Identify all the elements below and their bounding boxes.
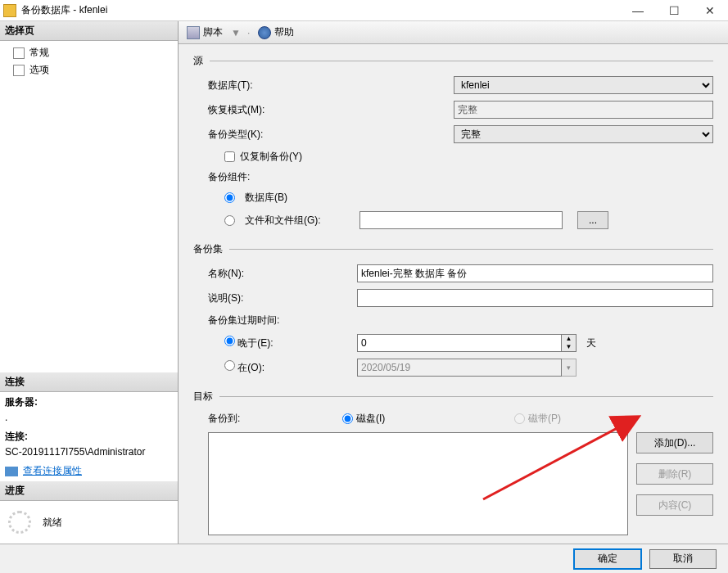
server-value: . <box>5 412 173 423</box>
source-legend: 源 <box>193 54 210 68</box>
select-page-header: 选择页 <box>0 21 178 41</box>
backupset-group: 备份集 名称(N): 说明(S): 备份集过期时间: 晚于(E): <box>193 242 713 383</box>
copy-only-label: 仅复制备份(Y) <box>240 150 302 164</box>
component-database-radio[interactable] <box>224 192 235 203</box>
progress-header: 进度 <box>0 481 178 501</box>
expire-unit: 天 <box>586 336 596 350</box>
window-controls: — ☐ ✕ <box>620 0 728 21</box>
backup-type-select[interactable]: 完整 <box>454 125 713 143</box>
script-button[interactable]: 脚本 <box>183 24 226 41</box>
component-database-label: 数据库(B) <box>245 191 287 205</box>
remove-destination-button: 删除(R) <box>636 463 713 485</box>
expire-spinner[interactable]: ▲▼ <box>562 334 577 352</box>
expire-on-date[interactable]: 2020/05/19 <box>357 359 562 377</box>
backup-desc-input[interactable] <box>357 289 713 307</box>
toolbar: 脚本 ▼ · 帮助 <box>179 21 728 44</box>
dropdown-arrow-icon[interactable]: ▼ <box>229 27 242 38</box>
connection-header: 连接 <box>0 372 178 392</box>
expire-on-radio[interactable] <box>224 360 235 371</box>
help-icon <box>258 26 271 39</box>
progress-spinner-icon <box>8 511 31 534</box>
destination-group: 目标 备份到: 磁盘(I) 磁带(P) 添加(D)... 删除(R) 内容(C) <box>193 390 713 535</box>
backup-to-label: 备份到: <box>208 412 342 426</box>
progress-status: 就绪 <box>43 516 62 530</box>
ok-button[interactable]: 确定 <box>574 549 641 569</box>
contents-button: 内容(C) <box>636 494 713 516</box>
spin-down-icon[interactable]: ▼ <box>562 343 576 351</box>
destination-list[interactable] <box>208 432 628 535</box>
page-icon <box>13 47 25 59</box>
component-label: 备份组件: <box>208 170 454 184</box>
dest-disk-radio[interactable] <box>342 413 353 424</box>
help-label: 帮助 <box>274 25 294 39</box>
database-select[interactable]: kfenlei <box>454 76 713 94</box>
dialog-footer: 确定 取消 <box>0 544 728 573</box>
window-title: 备份数据库 - kfenlei <box>21 3 620 17</box>
page-icon <box>13 65 25 76</box>
connection-value: SC-20191117I755\Administrator <box>5 446 173 458</box>
backup-name-input[interactable] <box>357 264 713 282</box>
connection-section: 服务器: . 连接: SC-20191117I755\Administrator… <box>0 392 178 481</box>
maximize-button[interactable]: ☐ <box>656 0 692 21</box>
nav-label: 常规 <box>29 46 49 60</box>
view-connection-props-link[interactable]: 查看连接属性 <box>5 464 173 478</box>
expire-after-label: 晚于(E): <box>237 337 273 349</box>
close-button[interactable]: ✕ <box>692 0 728 21</box>
expire-after-input[interactable] <box>357 334 562 352</box>
server-label: 服务器: <box>5 395 173 409</box>
right-panel: 脚本 ▼ · 帮助 源 数据库(T): kfenlei <box>179 21 728 544</box>
database-label: 数据库(T): <box>208 79 454 92</box>
add-destination-button[interactable]: 添加(D)... <box>636 432 713 453</box>
connection-label: 连接: <box>5 430 173 444</box>
name-label: 名称(N): <box>208 267 357 281</box>
toolbar-separator: · <box>246 27 251 38</box>
left-panel: 选择页 常规 选项 连接 服务器: . 连接: SC-20191117I755\… <box>0 21 179 544</box>
help-button[interactable]: 帮助 <box>255 24 297 41</box>
minimize-button[interactable]: — <box>620 0 656 21</box>
script-icon <box>187 26 200 39</box>
date-dropdown-icon[interactable]: ▾ <box>562 359 577 377</box>
nav-label: 选项 <box>29 63 49 77</box>
component-filegroups-label: 文件和文件组(G): <box>245 214 353 228</box>
dest-tape-label: 磁带(P) <box>528 412 561 426</box>
desc-label: 说明(S): <box>208 291 357 305</box>
copy-only-checkbox[interactable] <box>224 151 235 162</box>
link-text: 查看连接属性 <box>23 464 82 478</box>
progress-section: 就绪 <box>0 501 178 544</box>
app-icon <box>3 4 16 17</box>
destination-legend: 目标 <box>193 390 219 404</box>
expire-after-radio[interactable] <box>224 336 235 346</box>
expire-label: 备份集过期时间: <box>208 314 454 327</box>
form-content: 源 数据库(T): kfenlei 恢复模式(M): 完整 <box>179 44 728 544</box>
backupset-legend: 备份集 <box>193 242 229 256</box>
filegroups-input[interactable] <box>359 211 563 229</box>
browse-filegroups-button[interactable]: ... <box>577 211 608 229</box>
recovery-value: 完整 <box>454 101 713 119</box>
backup-type-label: 备份类型(K): <box>208 128 454 142</box>
script-label: 脚本 <box>203 25 223 39</box>
network-icon <box>5 467 18 476</box>
window-titlebar: 备份数据库 - kfenlei — ☐ ✕ <box>0 0 728 21</box>
nav-section: 常规 选项 <box>0 41 178 372</box>
nav-item-general[interactable]: 常规 <box>5 44 173 61</box>
cancel-button[interactable]: 取消 <box>649 549 717 569</box>
recovery-label: 恢复模式(M): <box>208 103 454 117</box>
source-group: 源 数据库(T): kfenlei 恢复模式(M): 完整 <box>193 54 713 236</box>
expire-on-label: 在(O): <box>237 362 265 373</box>
spin-up-icon[interactable]: ▲ <box>562 335 576 343</box>
dest-disk-label: 磁盘(I) <box>356 412 385 426</box>
component-filegroups-radio[interactable] <box>224 215 235 226</box>
dest-tape-radio <box>514 413 525 424</box>
nav-item-options[interactable]: 选项 <box>5 61 173 79</box>
